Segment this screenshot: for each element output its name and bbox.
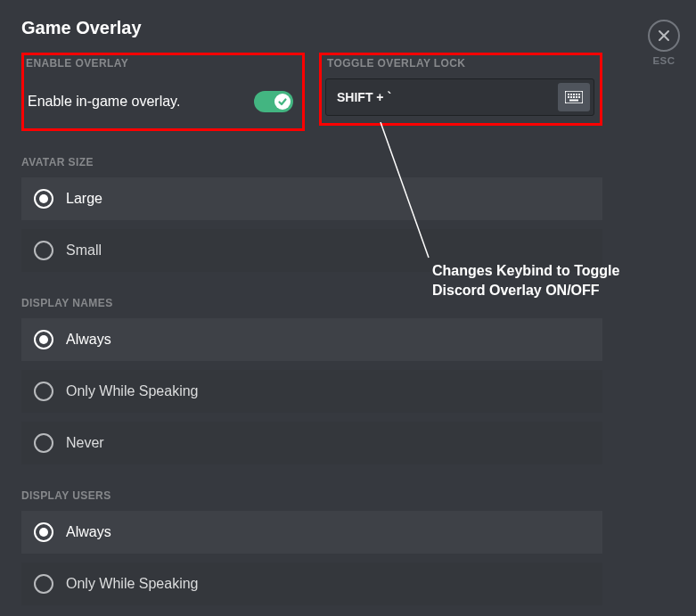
page-title: Game Overlay [21, 18, 602, 38]
radio-avatar-large[interactable]: Large [21, 177, 602, 220]
annotation-line2: Discord Overlay ON/OFF [432, 283, 600, 298]
radio-icon [34, 574, 53, 594]
enable-overlay-label: Enable in-game overlay. [28, 94, 180, 110]
radio-label: Only While Speaking [66, 576, 199, 592]
display-users-heading: DISPLAY USERS [21, 489, 602, 502]
radio-icon [34, 241, 53, 260]
close-button[interactable] [648, 20, 680, 52]
radio-label: Large [66, 191, 102, 207]
radio-icon [34, 433, 53, 453]
radio-label: Never [66, 435, 104, 451]
radio-icon [34, 189, 53, 209]
keybind-input[interactable]: SHIFT + ` [325, 78, 594, 116]
radio-icon [34, 382, 53, 401]
keybind-value: SHIFT + ` [337, 90, 558, 104]
enable-overlay-heading: ENABLE OVERLAY [26, 57, 300, 70]
enable-overlay-toggle[interactable] [254, 91, 293, 112]
check-icon [277, 96, 288, 107]
svg-rect-13 [569, 100, 578, 102]
svg-rect-6 [576, 94, 577, 95]
radio-users-speaking[interactable]: Only While Speaking [21, 563, 602, 605]
svg-rect-5 [573, 94, 575, 95]
annotation-text: Changes Keybind to Toggle Discord Overla… [432, 261, 619, 300]
radio-names-never[interactable]: Never [21, 422, 602, 464]
highlight-toggle-lock: TOGGLE OVERLAY LOCK SHIFT + ` [319, 53, 602, 126]
svg-rect-8 [568, 96, 569, 98]
highlight-enable-overlay: ENABLE OVERLAY Enable in-game overlay. [21, 53, 305, 131]
radio-label: Small [66, 242, 102, 259]
keyboard-icon [565, 91, 583, 103]
svg-rect-12 [578, 96, 580, 98]
avatar-size-group: Large Small [21, 177, 602, 272]
radio-names-always[interactable]: Always [21, 318, 602, 361]
svg-rect-11 [576, 96, 577, 98]
svg-rect-3 [568, 94, 569, 95]
radio-icon [34, 522, 53, 542]
radio-label: Always [66, 524, 111, 540]
toggle-knob [274, 94, 291, 110]
display-names-group: Always Only While Speaking Never [21, 318, 602, 464]
toggle-lock-heading: TOGGLE OVERLAY LOCK [327, 57, 600, 70]
radio-icon [34, 330, 53, 349]
display-users-group: Always Only While Speaking [21, 511, 602, 605]
record-keybind-button[interactable] [558, 83, 590, 111]
svg-rect-10 [573, 96, 575, 98]
svg-rect-7 [578, 94, 580, 95]
radio-label: Only While Speaking [66, 383, 199, 399]
annotation-line1: Changes Keybind to Toggle [432, 263, 619, 278]
radio-users-always[interactable]: Always [21, 511, 602, 554]
avatar-size-heading: AVATAR SIZE [21, 156, 602, 168]
svg-rect-9 [570, 96, 572, 98]
close-icon [657, 29, 671, 43]
esc-label: ESC [648, 55, 680, 66]
radio-names-speaking[interactable]: Only While Speaking [21, 370, 602, 413]
radio-label: Always [66, 332, 111, 348]
svg-rect-4 [570, 94, 572, 95]
